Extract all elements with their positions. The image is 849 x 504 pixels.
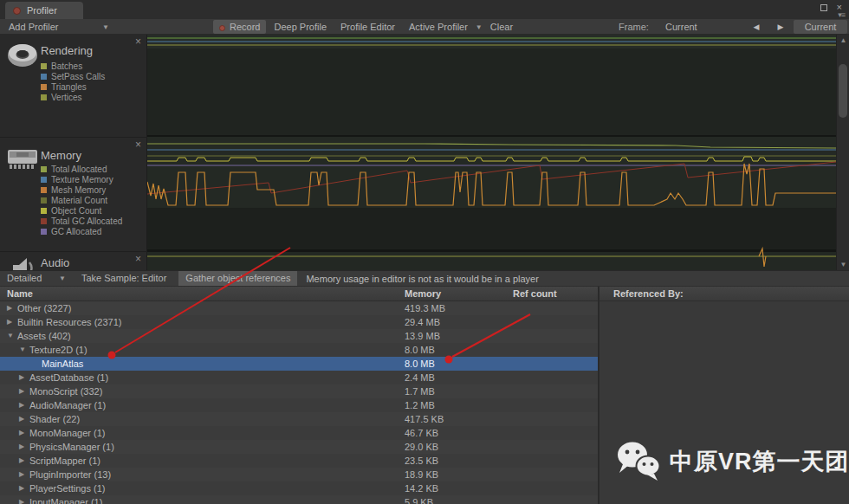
table-row[interactable]: ▶Builtin Resources (2371)29.4 MB: [0, 315, 598, 329]
legend-item[interactable]: GC Allocated: [41, 227, 122, 236]
close-icon[interactable]: ×: [135, 37, 141, 46]
table-row[interactable]: ▶PhysicsManager (1)29.0 KB: [0, 440, 598, 454]
table-row[interactable]: ▶MonoManager (1)46.7 KB: [0, 426, 598, 440]
legend-color-swatch[interactable]: [41, 197, 47, 204]
legend-color-swatch[interactable]: [41, 177, 47, 183]
add-profiler-dropdown[interactable]: Add Profiler ▼: [3, 20, 114, 34]
legend-item[interactable]: Object Count: [41, 206, 122, 216]
tree-toggle-icon[interactable]: ▶: [7, 315, 12, 329]
tree-toggle-icon[interactable]: ▶: [19, 454, 24, 468]
maximize-icon[interactable]: [820, 4, 827, 11]
active-profiler-button[interactable]: Active Profiler: [403, 20, 474, 34]
table-row[interactable]: ▼Assets (402)13.9 MB: [0, 329, 598, 343]
legend-item[interactable]: Mesh Memory: [41, 185, 122, 195]
tree-toggle-icon[interactable]: ▶: [19, 412, 24, 426]
table-row[interactable]: ▶Shader (22)417.5 KB: [0, 412, 598, 426]
module-memory[interactable]: × Memory Total AllocatedTexture MemoryMe…: [0, 137, 147, 251]
close-icon[interactable]: ×: [135, 255, 141, 263]
table-header: Name Memory Ref count Referenced By:: [0, 287, 849, 301]
scroll-up-icon[interactable]: ▲: [837, 36, 849, 44]
chart-scrollbar[interactable]: ▲ ▼: [836, 35, 849, 270]
row-name: MonoScript (332): [29, 384, 102, 398]
scrollbar-thumb[interactable]: [839, 64, 847, 118]
table-row[interactable]: ▶PlayerSettings (1)14.2 KB: [0, 481, 598, 495]
deep-profile-button[interactable]: Deep Profile: [268, 20, 333, 34]
tree-toggle-icon[interactable]: ▶: [19, 481, 24, 495]
legend-item[interactable]: SetPass Calls: [41, 72, 105, 81]
module-audio[interactable]: × Audio Playing Sources: [0, 251, 147, 270]
clear-button[interactable]: Clear: [484, 20, 519, 34]
legend-color-swatch[interactable]: [41, 84, 47, 90]
legend-item[interactable]: Triangles: [41, 82, 105, 92]
referenced-by-header: Referenced By:: [613, 288, 684, 300]
module-rendering[interactable]: × Rendering BatchesSetPass CallsTriangle…: [0, 35, 147, 137]
tree-toggle-icon[interactable]: ▼: [7, 329, 14, 343]
column-name[interactable]: Name: [7, 288, 33, 300]
table-row[interactable]: ▶PluginImporter (13)18.9 KB: [0, 468, 598, 481]
legend-color-swatch[interactable]: [41, 218, 47, 224]
tree-toggle-icon[interactable]: ▶: [19, 440, 24, 454]
gather-object-references-button[interactable]: Gather object references: [178, 271, 297, 286]
column-ref-count[interactable]: Ref count: [513, 288, 557, 300]
table-row[interactable]: MainAtlas8.0 MB: [0, 357, 598, 371]
scroll-down-icon[interactable]: ▼: [837, 261, 849, 268]
current-frame-button[interactable]: Current: [794, 20, 847, 34]
tree-toggle-icon[interactable]: ▼: [19, 343, 26, 357]
legend-color-swatch[interactable]: [41, 94, 47, 100]
tree-toggle-icon[interactable]: ▶: [19, 384, 24, 398]
tree-toggle-icon[interactable]: ▶: [19, 426, 24, 440]
legend-color-swatch[interactable]: [41, 63, 47, 69]
tree-toggle-icon[interactable]: ▶: [19, 398, 24, 412]
table-row[interactable]: ▶AudioManager (1)1.2 MB: [0, 398, 598, 412]
module-title: Memory: [41, 149, 81, 162]
legend-color-swatch[interactable]: [41, 208, 47, 214]
close-icon[interactable]: ×: [135, 140, 141, 149]
legend-label: Total GC Allocated: [51, 216, 122, 226]
active-profiler-caret-icon[interactable]: ▼: [476, 23, 483, 31]
table-row[interactable]: ▼Texture2D (1)8.0 MB: [0, 343, 598, 357]
tree-toggle-icon[interactable]: ▶: [19, 495, 24, 504]
table-row[interactable]: ▶MonoScript (332)1.7 MB: [0, 384, 598, 398]
detailed-dropdown[interactable]: Detailed: [0, 271, 59, 286]
take-sample-button[interactable]: Take Sample: Editor: [75, 271, 173, 286]
legend-item[interactable]: Vertices: [41, 93, 105, 102]
table-row[interactable]: ▶AssetDatabase (1)2.4 MB: [0, 371, 598, 384]
row-memory-value: 419.3 MB: [405, 301, 445, 315]
memory-usage-info-text: Memory usage in editor is not as it woul…: [297, 274, 547, 284]
profiler-modules-column: × Rendering BatchesSetPass CallsTriangle…: [0, 35, 147, 270]
row-name: Shader (22): [29, 412, 80, 426]
tab-profiler[interactable]: Profiler: [5, 2, 83, 19]
legend-color-swatch[interactable]: [41, 74, 47, 80]
table-row[interactable]: ▶Other (3227)419.3 MB: [0, 301, 598, 315]
legend-color-swatch[interactable]: [41, 229, 47, 235]
row-name: AudioManager (1): [29, 398, 106, 412]
record-button[interactable]: Record: [213, 20, 266, 34]
chevron-down-icon[interactable]: ▼: [59, 275, 66, 282]
table-row[interactable]: ▶ScriptMapper (1)23.5 KB: [0, 454, 598, 468]
next-frame-button[interactable]: ▶: [773, 20, 788, 34]
row-memory-value: 13.9 MB: [405, 329, 440, 343]
legend-color-swatch[interactable]: [41, 187, 47, 193]
column-memory[interactable]: Memory: [405, 288, 441, 300]
prev-frame-button[interactable]: ◀: [749, 20, 764, 34]
legend-color-swatch[interactable]: [41, 166, 47, 172]
profile-editor-button[interactable]: Profile Editor: [334, 20, 401, 34]
window-menu-icon[interactable]: ▾≡: [838, 10, 845, 19]
legend-item[interactable]: Material Count: [41, 196, 122, 205]
tree-toggle-icon[interactable]: ▶: [19, 468, 24, 481]
legend-item[interactable]: Texture Memory: [41, 175, 122, 184]
tree-toggle-icon[interactable]: ▶: [19, 371, 24, 384]
table-row[interactable]: ▶InputManager (1)5.9 KB: [0, 495, 598, 504]
watermark-text: 中原VR第一天团: [670, 446, 849, 477]
tree-toggle-icon[interactable]: ▶: [7, 301, 12, 315]
row-memory-value: 18.9 KB: [405, 468, 438, 481]
memory-detail-toolbar: Detailed ▼ Take Sample: Editor Gather ob…: [0, 270, 849, 287]
legend-item[interactable]: Batches: [41, 61, 105, 71]
row-memory-value: 8.0 MB: [405, 343, 435, 357]
rendering-torus-icon: [6, 42, 39, 68]
profiler-chart-area[interactable]: [147, 35, 836, 270]
legend-item[interactable]: Total GC Allocated: [41, 216, 122, 226]
watermark: 中原VR第一天团: [615, 438, 849, 485]
row-name: MonoManager (1): [29, 426, 105, 440]
legend-item[interactable]: Total Allocated: [41, 165, 122, 174]
